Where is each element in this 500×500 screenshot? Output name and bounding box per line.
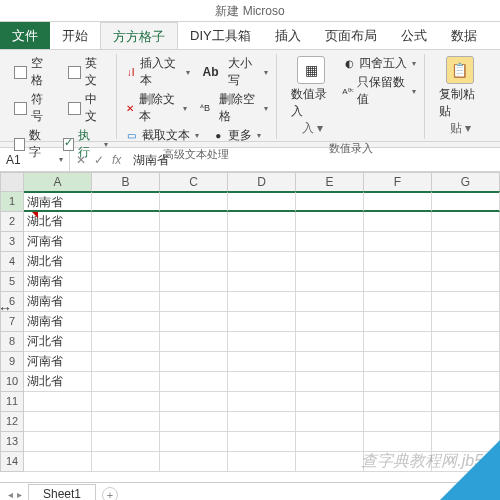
cell[interactable] <box>160 332 228 352</box>
cell[interactable] <box>160 212 228 232</box>
btn-copy-paste[interactable]: 📋复制粘贴贴 ▾ <box>433 54 486 139</box>
cell[interactable] <box>364 392 432 412</box>
cell[interactable] <box>92 452 160 472</box>
cell[interactable] <box>364 372 432 392</box>
cell[interactable]: 河南省 <box>24 232 92 252</box>
row-header[interactable]: 9 <box>0 352 24 372</box>
cell[interactable] <box>24 392 92 412</box>
row-header[interactable]: 14 <box>0 452 24 472</box>
cell[interactable] <box>432 352 500 372</box>
tab-file[interactable]: 文件 <box>0 22 50 49</box>
chk-execute[interactable] <box>63 138 74 151</box>
cell[interactable] <box>24 452 92 472</box>
cell[interactable]: 河南省 <box>24 352 92 372</box>
cell[interactable] <box>228 212 296 232</box>
cell[interactable] <box>296 232 364 252</box>
cell[interactable] <box>92 412 160 432</box>
cell[interactable] <box>364 332 432 352</box>
cell[interactable] <box>228 292 296 312</box>
cell[interactable] <box>228 232 296 252</box>
cell[interactable] <box>296 332 364 352</box>
select-all-corner[interactable] <box>0 172 24 192</box>
cell[interactable] <box>296 252 364 272</box>
cell[interactable] <box>364 432 432 452</box>
btn-number-input[interactable]: ▦数值录入入 ▾ <box>285 54 338 139</box>
cell[interactable] <box>160 232 228 252</box>
cell[interactable] <box>432 312 500 332</box>
cell[interactable] <box>432 332 500 352</box>
cell[interactable]: 湖北省 <box>24 252 92 272</box>
cell[interactable] <box>364 272 432 292</box>
cell[interactable] <box>160 452 228 472</box>
cell[interactable] <box>92 332 160 352</box>
cell[interactable] <box>160 432 228 452</box>
cell[interactable] <box>160 312 228 332</box>
tab-diy[interactable]: DIY工具箱 <box>178 22 263 49</box>
cell[interactable] <box>296 412 364 432</box>
btn-delete-text[interactable]: ✕删除文本▾ ᴬB 删除空格▾ <box>125 90 268 126</box>
cell[interactable] <box>228 372 296 392</box>
cell[interactable] <box>92 292 160 312</box>
cell[interactable] <box>92 191 160 212</box>
cell[interactable] <box>160 191 228 212</box>
cell[interactable] <box>160 272 228 292</box>
cell[interactable] <box>228 252 296 272</box>
grid[interactable]: ABCDEFG 1湖南省2湖北省3河南省4湖北省5湖南省6湖南省7湖南省8河北省… <box>0 172 500 482</box>
col-header-D[interactable]: D <box>228 172 296 192</box>
cell[interactable] <box>432 392 500 412</box>
tab-insert[interactable]: 插入 <box>263 22 313 49</box>
cell[interactable] <box>296 292 364 312</box>
row-header[interactable]: 4 <box>0 252 24 272</box>
row-header[interactable]: 12 <box>0 412 24 432</box>
chk-symbol[interactable] <box>14 102 27 115</box>
tab-fgz[interactable]: 方方格子 <box>100 22 178 49</box>
btn-round[interactable]: ◐四舍五入▾ <box>342 54 416 73</box>
row-header[interactable]: 5 <box>0 272 24 292</box>
cell[interactable] <box>432 212 500 232</box>
cell[interactable]: 湖南省 <box>24 292 92 312</box>
tab-data[interactable]: 数据 <box>439 22 489 49</box>
chk-space[interactable] <box>14 66 27 79</box>
btn-keep-number[interactable]: Aᴮᶜ只保留数值▾ <box>342 73 416 109</box>
col-header-B[interactable]: B <box>92 172 160 192</box>
cell[interactable]: 湖南省 <box>24 272 92 292</box>
cell[interactable] <box>228 452 296 472</box>
enter-icon[interactable]: ✓ <box>94 153 104 167</box>
col-header-A[interactable]: A <box>24 172 92 192</box>
cell[interactable] <box>92 252 160 272</box>
sheet-tab-1[interactable]: Sheet1 <box>28 484 96 500</box>
cell[interactable] <box>364 212 432 232</box>
cell[interactable] <box>432 292 500 312</box>
cell[interactable] <box>228 272 296 292</box>
cell[interactable] <box>432 252 500 272</box>
cell[interactable] <box>364 352 432 372</box>
col-header-G[interactable]: G <box>432 172 500 192</box>
cell[interactable] <box>160 412 228 432</box>
cell[interactable]: 湖南省 <box>24 191 92 212</box>
cell[interactable] <box>24 412 92 432</box>
tab-layout[interactable]: 页面布局 <box>313 22 389 49</box>
cell[interactable] <box>364 292 432 312</box>
cell[interactable] <box>432 272 500 292</box>
cell[interactable] <box>364 232 432 252</box>
cell[interactable]: 湖北省 <box>24 372 92 392</box>
cell[interactable] <box>364 191 432 212</box>
cell[interactable] <box>432 412 500 432</box>
cell[interactable] <box>432 232 500 252</box>
cell[interactable] <box>92 272 160 292</box>
name-box[interactable]: A1▾ <box>0 148 70 172</box>
row-header[interactable]: 10 <box>0 372 24 392</box>
cell[interactable] <box>160 372 228 392</box>
cell[interactable] <box>160 392 228 412</box>
cell[interactable] <box>296 432 364 452</box>
cell[interactable] <box>228 432 296 452</box>
btn-intercept-text[interactable]: ▭截取文本▾ ●更多▾ <box>125 126 268 145</box>
cell[interactable] <box>160 252 228 272</box>
cell[interactable] <box>364 312 432 332</box>
row-header[interactable]: 13 <box>0 432 24 452</box>
cell[interactable] <box>228 352 296 372</box>
cell[interactable] <box>24 432 92 452</box>
tab-home[interactable]: 开始 <box>50 22 100 49</box>
chk-chinese[interactable] <box>68 102 81 115</box>
cell[interactable] <box>92 432 160 452</box>
